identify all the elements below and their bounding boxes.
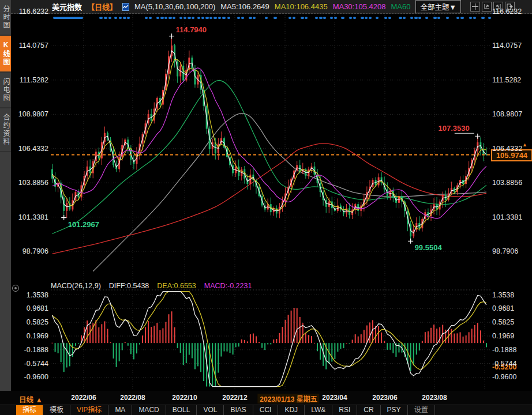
x-axis-row: 日线 ▲ 2022/062022/082022/102022/122023/01… [0,391,532,405]
macd-axis-label: 0.5825 [10,318,48,326]
x-axis-label: 2022/06 [71,394,96,402]
indicator-tab-2[interactable]: 模板 [43,405,70,415]
macd-axis-label: -0.1888 [492,346,516,354]
indicator-tab-1[interactable]: 指标 [16,405,43,415]
x-axis-label: 2023/04 [322,394,347,402]
ma-legend-value: MA5:106.2649 [220,2,269,11]
slow-ma-lines [53,80,486,271]
ma-values: MA5:106.2649MA10:106.4435MA30:105.4208MA… [220,2,410,11]
macd-axis-label: 0.1969 [10,332,48,340]
x-axis-label-highlighted: 2023/01/13 星期五 [257,394,319,403]
indicator-tab-12[interactable]: RSI [332,405,357,415]
period-selector[interactable]: 日线 ▲ [19,394,43,405]
macd-dea-value: DEA:0.6553 [157,282,196,290]
macd-axis-label: 0.9681 [492,304,514,312]
macd-header: MACD(26,12,9) DIFF:0.5438 DEA:0.6553 MAC… [51,282,252,290]
macd-panel [52,292,487,387]
price-axis-label: 106.4332 [10,145,48,153]
extreme-point-labels: 101.2967114.794099.5504107.3530 [61,25,480,252]
indicator-tab-15[interactable]: 设置 [408,405,435,415]
indicator-tab-11[interactable]: LW& [305,405,332,415]
crosshair-tool-icon[interactable] [470,2,480,12]
svg-text:101.2967: 101.2967 [68,220,99,229]
indicator-tab-5[interactable]: MACD [132,405,166,415]
price-axis-label: 111.5282 [10,76,48,84]
indicator-tab-14[interactable]: PSY [381,405,408,415]
sidebar-tab-4[interactable]: 合约资料 [0,108,11,152]
x-axis-label: 2022/12 [222,394,247,402]
macd-diff-value: DIFF:0.5438 [109,282,149,290]
macd-axis-label: 0.9681 [10,304,48,312]
macd-bar-value: MACD:-0.2231 [204,282,252,290]
price-axis-label: 108.9807 [492,110,522,118]
price-alert-icon: ▲ [522,142,527,148]
svg-text:107.3530: 107.3530 [439,124,470,133]
indicator-tab-3[interactable]: VIP指标 [70,405,108,415]
indicator-tab-6[interactable]: BOLL [166,405,197,415]
price-axis-label: 98.7906 [492,247,518,255]
x-axis-label: 2023/08 [422,394,447,402]
symbol-title: 美元指数 [52,1,82,12]
chart-canvas[interactable]: 101.2967114.794099.5504107.3530 [0,0,532,415]
price-axis-label: 116.6232 [10,7,48,16]
price-axis-label: 111.5282 [492,76,521,84]
price-axis-label: 106.4332 [492,145,522,153]
indicator-tab-8[interactable]: BIAS [224,405,253,415]
macd-axis-label: 1.3538 [492,291,514,299]
indicator-tab-13[interactable]: CR [357,405,380,415]
macd-title: MACD(26,12,9) [51,282,101,290]
sidebar-tab-3[interactable]: 闪电图 [0,73,11,108]
price-axis-label: 114.0757 [10,42,48,50]
macd-axis-label: -0.5744 [492,360,516,368]
macd-axis-label: 1.3538 [10,291,48,299]
app-window: 101.2967114.794099.5504107.3530 美元指数 【日线… [0,0,532,415]
price-axis-label: 101.3381 [10,213,48,221]
ma-legend-value: MA60 [391,2,410,11]
theme-selector-button[interactable]: 全部主题▼ [415,0,460,13]
indicator-tab-9[interactable]: CCI [253,405,279,415]
sidebar-tab-1[interactable]: 分时图 [0,0,11,36]
event-markers [53,17,491,19]
macd-axis-label: -0.9600 [492,373,516,381]
ma-legend-value: MA30:105.4208 [333,2,386,11]
svg-text:99.5504: 99.5504 [415,243,443,252]
macd-axis-label: -0.9600 [10,373,48,381]
candlesticks [51,36,487,242]
price-axis-label: 98.7906 [10,247,48,255]
price-axis-label: 116.6232 [492,7,522,16]
scale-left-axis-icon[interactable] [482,2,492,12]
price-axis-label: 103.8856 [492,179,522,187]
macd-axis-label: -0.1888 [10,346,48,354]
x-axis-label: 2022/10 [172,394,197,402]
left-sidebar: 分时图K线图闪电图合约资料 [0,0,11,391]
price-axis-label: 103.8856 [10,179,48,187]
fast-ma-lines [53,51,486,233]
ma-group-label: MA(5,10,30,60,100,200) [134,2,215,11]
price-axis-label: 108.9807 [10,110,48,118]
price-axis-label: 114.0757 [492,42,522,50]
indicator-tab-4[interactable]: MA [108,405,132,415]
period-tag: 【日线】 [87,1,117,12]
x-axis-label: 2022/08 [120,394,145,402]
indicator-tab-7[interactable]: VOL [197,405,224,415]
sidebar-tab-2[interactable]: K线图 [0,36,11,73]
price-axis-label: 101.3381 [492,213,522,221]
x-axis-label: 2023/06 [372,394,397,402]
kline-chart-icon[interactable] [122,3,129,11]
svg-text:114.7940: 114.7940 [176,25,207,34]
indicator-tab-10[interactable]: KDJ [278,405,305,415]
indicator-toolbar: 指标模板VIP指标MAMACDBOLLVOLBIASCCIKDJLW&RSICR… [0,405,532,415]
macd-axis-label: -0.5744 [10,360,48,368]
macd-axis-label: 0.5825 [492,318,514,326]
ma-legend-value: MA10:106.4435 [275,2,328,11]
top-bar: 美元指数 【日线】 MA(5,10,30,60,100,200) MA5:106… [11,0,532,14]
macd-axis-label: 0.1969 [492,332,514,340]
